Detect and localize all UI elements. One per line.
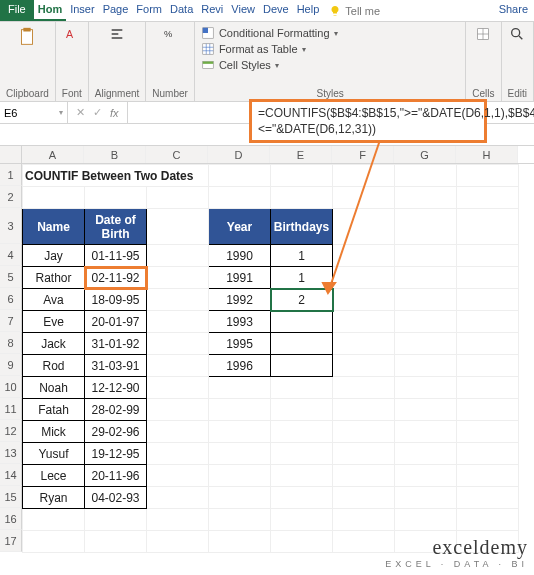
svg-line-11 — [328, 140, 380, 293]
svg-marker-12 — [323, 283, 335, 293]
formula-display: =COUNTIFS($B$4:$B$15,">="&DATE(D6,1,1),$… — [249, 99, 487, 143]
callout-arrow — [0, 0, 534, 575]
